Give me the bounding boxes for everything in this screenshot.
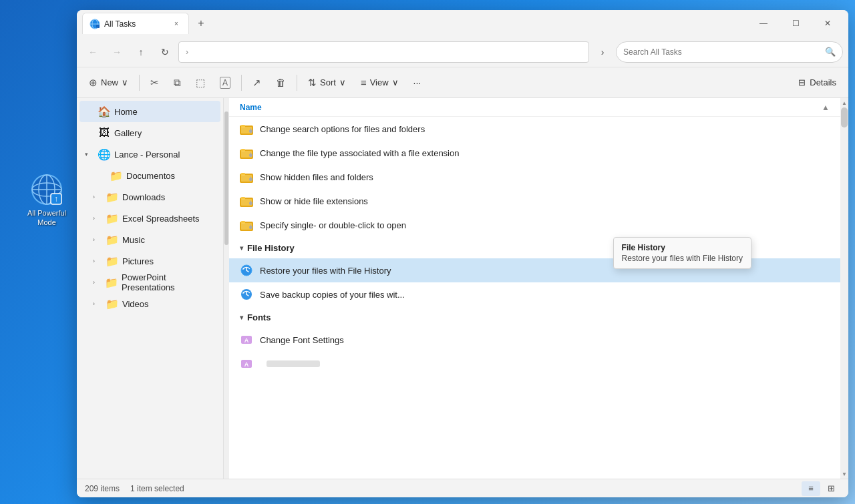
sidebar-item-videos[interactable]: › 📁 Videos <box>79 293 220 314</box>
list-item-save-backup[interactable]: Save backup copies of your files wit... <box>229 282 840 306</box>
sidebar: 🏠 Home 🖼 Gallery ▾ 🌐 Lance - Personal 📁 <box>77 98 224 479</box>
sort-icon: ⇅ <box>308 77 317 89</box>
list-item[interactable]: Specify single- or double-click to open <box>229 213 840 237</box>
maximize-button[interactable]: ☐ <box>780 13 811 34</box>
new-button[interactable]: ⊕ New ∨ <box>82 71 135 94</box>
refresh-button[interactable]: ↻ <box>154 41 176 63</box>
svg-text:A: A <box>244 361 249 368</box>
lance-label: Lance - Personal <box>114 150 180 160</box>
section-header-fonts[interactable]: ▾ Fonts <box>229 306 840 328</box>
folder-settings-icon-3 <box>240 170 253 184</box>
search-input[interactable] <box>623 47 821 57</box>
list-item[interactable]: Show or hide file extensions <box>229 189 840 213</box>
scroll-down-button[interactable]: ▼ <box>840 469 848 479</box>
back-button[interactable]: ← <box>82 41 104 63</box>
svg-rect-36 <box>249 226 252 229</box>
sort-label: Sort <box>320 77 336 87</box>
content-scrollbar[interactable]: ▲ ▼ <box>840 98 848 479</box>
delete-button[interactable]: 🗑 <box>269 71 293 94</box>
share-icon: ↗ <box>252 77 261 89</box>
forward-button[interactable]: → <box>106 41 128 63</box>
share-button[interactable]: ↗ <box>246 71 268 94</box>
list-item[interactable]: Change search options for files and fold… <box>229 117 840 141</box>
cut-button[interactable]: ✂ <box>144 71 166 94</box>
paste-button[interactable]: ⬚ <box>189 71 212 94</box>
item-label: Change search options for files and fold… <box>260 124 425 134</box>
item-label: Change Font Settings <box>260 335 344 345</box>
tooltip-title: File History <box>622 243 743 252</box>
address-bar: ← → ↑ ↻ › › 🔍 <box>77 37 848 67</box>
sidebar-scroll-thumb <box>224 111 228 245</box>
videos-label: Videos <box>122 299 149 309</box>
pictures-label: Pictures <box>122 256 154 266</box>
rename-button[interactable]: A <box>213 71 237 94</box>
all-powerful-mode-icon: ↑ <box>31 174 63 206</box>
excel-label: Excel Spreadsheets <box>122 214 200 224</box>
lance-expand: ▾ <box>85 151 94 158</box>
svg-text:↑: ↑ <box>54 194 58 204</box>
new-tab-button[interactable]: + <box>192 14 210 33</box>
view-button[interactable]: ≡ View ∨ <box>354 71 405 94</box>
sidebar-item-documentos[interactable]: 📁 Documentos <box>79 165 220 186</box>
desktop: ↑ All Powerful Mode ↑ All Tasks × + — <box>0 0 855 504</box>
copy-button[interactable]: ⧉ <box>167 71 188 94</box>
tab-close-button[interactable]: × <box>171 19 182 29</box>
tab-icon: ↑ <box>90 19 100 29</box>
expand-address-button[interactable]: › <box>592 41 613 63</box>
new-chevron: ∨ <box>122 77 128 87</box>
view-toggles: ≡ ⊞ <box>802 481 840 496</box>
sidebar-item-excel[interactable]: › 📁 Excel Spreadsheets <box>79 208 220 229</box>
file-history-chevron: ▾ <box>240 244 243 252</box>
svg-text:↑: ↑ <box>98 25 99 29</box>
file-history-icon <box>240 264 253 277</box>
documentos-label: Documentos <box>126 171 175 181</box>
item-label: Change the file type associated with a f… <box>260 148 459 158</box>
list-item-change-font[interactable]: A Change Font Settings <box>229 328 840 352</box>
tab-all-tasks[interactable]: ↑ All Tasks × <box>82 13 189 34</box>
file-list: Name ▲ Change search options for files a… <box>229 98 840 479</box>
list-item[interactable]: Show hidden files and folders <box>229 165 840 189</box>
gallery-icon: 🖼 <box>98 127 110 139</box>
paste-icon: ⬚ <box>196 77 205 89</box>
close-button[interactable]: ✕ <box>812 13 843 34</box>
list-item-fonts-2[interactable]: A <box>229 352 840 376</box>
sidebar-item-lance[interactable]: ▾ 🌐 Lance - Personal <box>79 144 220 165</box>
folder-settings-icon-5 <box>240 218 253 232</box>
fonts-chevron: ▾ <box>240 314 243 321</box>
sidebar-item-home[interactable]: 🏠 Home <box>79 101 220 122</box>
scroll-up-button[interactable]: ▲ <box>840 98 848 107</box>
sort-chevron: ∨ <box>339 77 346 87</box>
item-label: Show hidden files and folders <box>260 172 373 182</box>
details-label: Details <box>810 77 836 87</box>
list-item[interactable]: Change the file type associated with a f… <box>229 141 840 165</box>
sidebar-item-music[interactable]: › 📁 Music <box>79 229 220 250</box>
sidebar-item-powerpoint[interactable]: › 📁 PowerPoint Presentations <box>79 272 220 293</box>
sidebar-item-gallery[interactable]: 🖼 Gallery <box>79 122 220 144</box>
list-view-toggle[interactable]: ≡ <box>802 481 820 496</box>
title-bar: ↑ All Tasks × + — ☐ ✕ <box>77 10 848 37</box>
details-button[interactable]: ⊟ Details <box>792 71 843 94</box>
search-box[interactable]: 🔍 <box>616 41 843 63</box>
sidebar-scrollbar[interactable] <box>224 98 229 479</box>
all-powerful-mode-label: All Powerful Mode <box>20 208 73 228</box>
minimize-button[interactable]: — <box>748 13 779 34</box>
sidebar-item-pictures[interactable]: › 📁 Pictures <box>79 250 220 272</box>
view-icon: ≡ <box>361 77 367 88</box>
music-expand: › <box>93 236 102 243</box>
sort-button[interactable]: ⇅ Sort ∨ <box>301 71 353 94</box>
window-controls: — ☐ ✕ <box>748 13 843 34</box>
address-input[interactable]: › <box>178 41 589 63</box>
grid-view-toggle[interactable]: ⊞ <box>822 481 840 496</box>
scroll-track <box>840 107 848 469</box>
home-icon: 🏠 <box>98 105 110 117</box>
sidebar-item-downloads[interactable]: › 📁 Downloads <box>79 186 220 208</box>
desktop-icon-all-powerful-mode[interactable]: ↑ All Powerful Mode <box>20 174 73 228</box>
item-label: Save backup copies of your files wit... <box>260 290 405 300</box>
ppt-icon: 📁 <box>106 276 118 288</box>
more-button[interactable]: ··· <box>407 71 428 94</box>
folder-settings-icon-4 <box>240 194 253 208</box>
file-history-section-label: File History <box>247 243 295 253</box>
up-button[interactable]: ↑ <box>130 41 152 63</box>
rename-icon: A <box>220 77 230 89</box>
sort-up-button[interactable]: ▲ <box>822 103 830 112</box>
